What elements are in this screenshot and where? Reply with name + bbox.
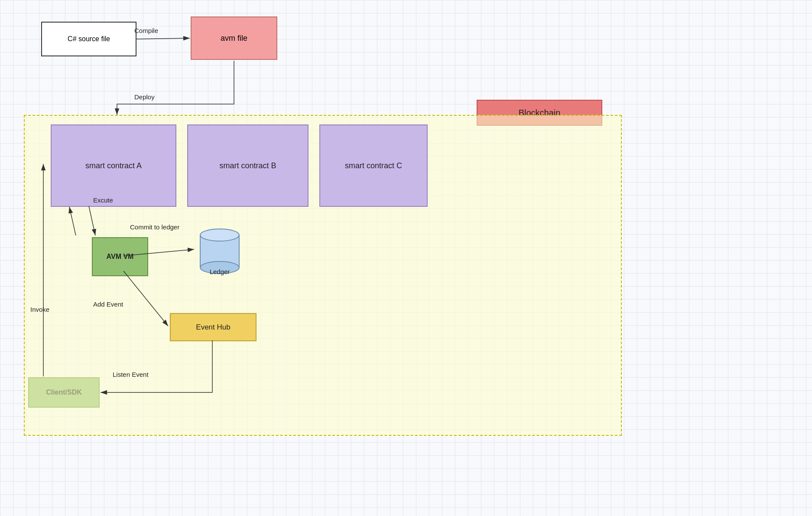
smart-contract-a-box: smart contract A [51,124,176,207]
ledger-container: Ledger [196,224,244,276]
ledger-label: Ledger [210,268,230,275]
listen-event-label: Listen Event [113,371,149,378]
avm-vm-label: AVM VM [107,253,134,261]
blockchain-area: smart contract A smart contract B smart … [24,115,622,436]
smart-contract-a-label: smart contract A [85,161,142,170]
event-hub-label: Event Hub [196,323,230,332]
csharp-source-box: C# source file [41,22,136,56]
csharp-source-label: C# source file [68,35,110,43]
smart-contract-c-box: smart contract C [319,124,428,207]
avm-vm-box: AVM VM [92,237,148,276]
invoke-label: Invoke [30,306,49,313]
add-event-label: Add Event [93,300,123,308]
event-hub-box: Event Hub [170,313,257,341]
diagram-container: C# source file avm file Blockchain smart… [0,0,812,516]
excute-label: Excute [93,196,113,204]
avm-file-box: avm file [191,16,277,60]
svg-point-1 [200,229,239,241]
smart-contract-b-label: smart contract B [219,161,276,170]
deploy-label: Deploy [134,93,155,101]
smart-contract-c-label: smart contract C [345,161,402,170]
smart-contract-b-box: smart contract B [187,124,309,207]
compile-label: Compile [134,27,158,34]
svg-line-4 [136,38,190,39]
avm-file-label: avm file [221,34,247,43]
commit-ledger-label: Commit to ledger [130,223,179,231]
